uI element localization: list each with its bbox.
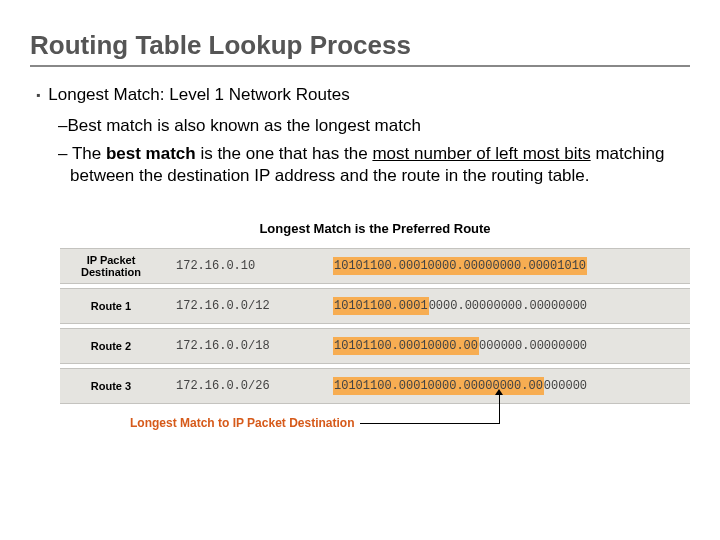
row-binary: 10101100.00010000.00000000.00000000 bbox=[327, 328, 690, 364]
caption-row: Longest Match to IP Packet Destination bbox=[130, 416, 690, 430]
bullet-sub-2: The best match is the one that has the m… bbox=[70, 143, 690, 187]
text-frag: 0000.00000000.00000000 bbox=[429, 299, 587, 313]
row-label: IP Packet Destination bbox=[60, 248, 162, 284]
table-row: Route 2 172.16.0.0/18 10101100.00010000.… bbox=[60, 328, 690, 364]
slide-title: Routing Table Lookup Process bbox=[30, 30, 690, 67]
routing-table: IP Packet Destination 172.16.0.10 101011… bbox=[60, 244, 690, 408]
row-address: 172.16.0.0/18 bbox=[162, 328, 327, 364]
row-binary: 10101100.00010000.00000000.00001010 bbox=[327, 248, 690, 284]
row-binary: 10101100.00010000.00000000.00000000 bbox=[327, 368, 690, 404]
row-label: Route 3 bbox=[60, 368, 162, 404]
table-row: Route 3 172.16.0.0/26 10101100.00010000.… bbox=[60, 368, 690, 404]
text-frag: 000000.00000000 bbox=[479, 339, 587, 353]
highlight: 10101100.0001 bbox=[333, 297, 429, 315]
row-address: 172.16.0.0/12 bbox=[162, 288, 327, 324]
figure-title: Longest Match is the Preferred Route bbox=[60, 221, 690, 236]
row-binary: 10101100.00010000.00000000.00000000 bbox=[327, 288, 690, 324]
text-frag: 000000 bbox=[544, 379, 587, 393]
table-row: Route 1 172.16.0.0/12 10101100.00010000.… bbox=[60, 288, 690, 324]
bullet-level1: Longest Match: Level 1 Network Routes bbox=[36, 85, 690, 105]
highlight: 10101100.00010000.00000000.00 bbox=[333, 377, 544, 395]
row-address: 172.16.0.10 bbox=[162, 248, 327, 284]
row-address: 172.16.0.0/26 bbox=[162, 368, 327, 404]
row-label: Route 1 bbox=[60, 288, 162, 324]
table-row: IP Packet Destination 172.16.0.10 101011… bbox=[60, 248, 690, 284]
arrow-vertical bbox=[499, 393, 500, 423]
row-label: Route 2 bbox=[60, 328, 162, 364]
text-underline: most number of left most bits bbox=[372, 144, 590, 163]
text-frag: The bbox=[72, 144, 106, 163]
text-bold: best match bbox=[106, 144, 196, 163]
figure: Longest Match is the Preferred Route IP … bbox=[60, 221, 690, 430]
arrow-head-icon bbox=[495, 389, 503, 395]
arrow-line bbox=[360, 423, 500, 424]
bullet-sub-1: Best match is also known as the longest … bbox=[70, 115, 690, 137]
text-frag: is the one that has the bbox=[196, 144, 373, 163]
caption-text: Longest Match to IP Packet Destination bbox=[130, 416, 354, 430]
highlight: 10101100.00010000.00 bbox=[333, 337, 479, 355]
highlight: 10101100.00010000.00000000.00001010 bbox=[333, 257, 587, 275]
